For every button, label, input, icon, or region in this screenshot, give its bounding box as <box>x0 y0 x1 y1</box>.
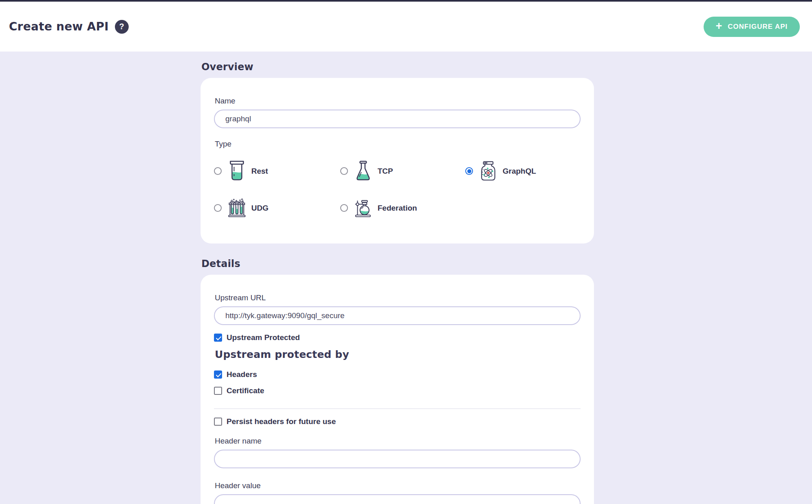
section-divider <box>214 408 581 409</box>
type-label: Type <box>215 140 581 149</box>
page-title: Create new API <box>9 20 109 33</box>
radio-tcp[interactable] <box>340 167 348 175</box>
radio-rest[interactable] <box>214 167 222 175</box>
certificate-checkbox[interactable] <box>214 387 222 395</box>
type-option-label: Federation <box>378 204 417 213</box>
help-icon[interactable]: ? <box>115 20 129 34</box>
erlenmeyer-flask-icon <box>353 160 373 183</box>
name-label: Name <box>215 97 581 106</box>
type-option-rest[interactable]: Rest <box>214 153 340 190</box>
page-header: Create new API ? + CONFIGURE API <box>0 2 812 52</box>
persist-headers-checkbox-row[interactable]: Persist headers for future use <box>214 417 581 426</box>
certificate-checkbox-row[interactable]: Certificate <box>214 386 581 395</box>
header-name-label: Header name <box>215 437 581 446</box>
overview-card: Name Type Rest <box>201 78 594 243</box>
main-content: Overview Name Type Rest <box>201 52 594 504</box>
beaker-icon <box>227 160 247 183</box>
details-card: Upstream URL Upstream Protected Upstream… <box>201 275 594 504</box>
type-option-graphql[interactable]: GraphQL <box>465 153 581 190</box>
type-option-federation[interactable]: Federation <box>340 190 465 226</box>
upstream-url-input[interactable] <box>214 306 581 325</box>
radio-federation[interactable] <box>340 204 348 212</box>
plus-icon: + <box>716 21 723 32</box>
radio-graphql[interactable] <box>465 167 473 175</box>
header-value-label: Header value <box>215 481 581 490</box>
headers-checkbox[interactable] <box>214 370 222 379</box>
type-option-label: TCP <box>378 167 393 176</box>
round-flask-stand-icon <box>353 197 373 220</box>
jar-atom-icon <box>478 160 498 183</box>
upstream-protected-label: Upstream Protected <box>227 333 300 342</box>
header-value-input[interactable] <box>214 494 581 504</box>
upstream-url-label: Upstream URL <box>215 293 581 302</box>
header-name-input[interactable] <box>214 450 581 468</box>
type-option-label: UDG <box>251 204 268 213</box>
details-section-title: Details <box>201 258 594 269</box>
persist-headers-checkbox[interactable] <box>214 418 222 426</box>
configure-api-button[interactable]: + CONFIGURE API <box>704 17 800 37</box>
upstream-protected-by-title: Upstream protected by <box>215 349 581 360</box>
name-input[interactable] <box>214 110 581 128</box>
configure-api-button-label: CONFIGURE API <box>728 23 788 31</box>
radio-udg[interactable] <box>214 204 222 212</box>
upstream-protected-checkbox[interactable] <box>214 334 222 342</box>
test-tubes-rack-icon <box>227 197 247 220</box>
type-option-label: Rest <box>251 167 268 176</box>
type-option-udg[interactable]: UDG <box>214 190 340 226</box>
persist-headers-label: Persist headers for future use <box>227 417 336 426</box>
overview-section-title: Overview <box>201 61 594 73</box>
type-option-label: GraphQL <box>503 167 536 176</box>
certificate-label: Certificate <box>227 386 264 395</box>
type-radio-group: Rest TCP <box>214 153 581 226</box>
upstream-protected-checkbox-row[interactable]: Upstream Protected <box>214 333 581 342</box>
headers-checkbox-row[interactable]: Headers <box>214 370 581 379</box>
type-option-tcp[interactable]: TCP <box>340 153 465 190</box>
headers-label: Headers <box>227 370 257 379</box>
